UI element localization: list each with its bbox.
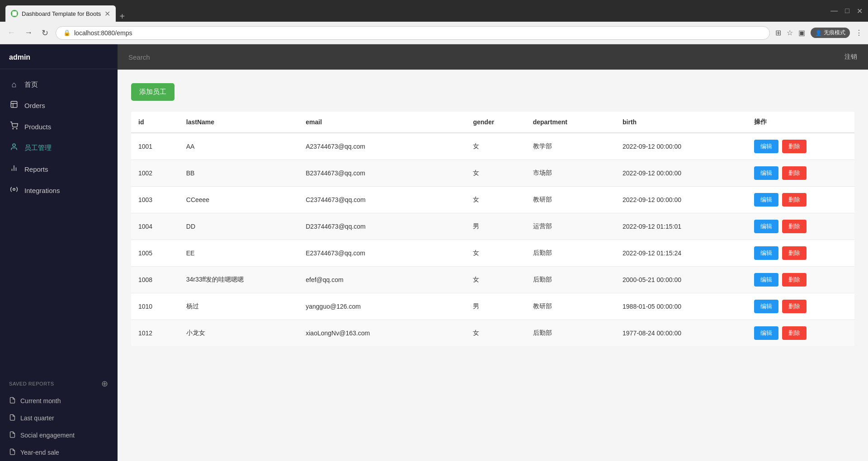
cell-birth: 2000-05-21 00:00:00: [615, 267, 747, 293]
new-tab-button[interactable]: +: [116, 11, 128, 22]
lock-icon: 🔒: [63, 29, 71, 36]
cell-gender: 男: [466, 293, 525, 320]
minimize-button[interactable]: —: [830, 7, 838, 15]
table-row: 1004 DD D23744673@qq.com 男 运营部 2022-09-1…: [131, 213, 854, 240]
svg-point-9: [13, 188, 15, 191]
cell-action: 编辑 删除: [747, 240, 854, 267]
edit-button[interactable]: 编辑: [754, 273, 778, 287]
translate-icon[interactable]: ⊞: [775, 28, 781, 37]
svg-point-5: [13, 144, 15, 146]
delete-button[interactable]: 删除: [782, 166, 807, 180]
forward-button[interactable]: →: [23, 26, 34, 39]
cell-action: 编辑 删除: [747, 213, 854, 240]
add-employee-button[interactable]: 添加员工: [131, 83, 175, 101]
close-button[interactable]: ✕: [857, 7, 863, 15]
cell-department: 教学部: [526, 133, 615, 160]
table-row: 1010 杨过 yangguo@126.com 男 教研部 1988-01-05…: [131, 293, 854, 320]
sidebar-item-orders[interactable]: Orders: [0, 95, 118, 116]
delete-button[interactable]: 删除: [782, 246, 807, 260]
cell-lastname: BB: [179, 160, 298, 187]
incognito-label: 无痕模式: [824, 29, 845, 37]
cell-action: 编辑 删除: [747, 160, 854, 187]
saved-report-last-quarter-label: Last quarter: [20, 414, 54, 422]
edit-button[interactable]: 编辑: [754, 220, 778, 233]
delete-button[interactable]: 删除: [782, 193, 807, 207]
cell-action: 编辑 删除: [747, 133, 854, 160]
cell-lastname: 小龙女: [179, 320, 298, 347]
edit-button[interactable]: 编辑: [754, 326, 778, 340]
cell-gender: 女: [466, 267, 525, 293]
edit-button[interactable]: 编辑: [754, 166, 778, 180]
sidebar-nav: ⌂ 首页 Orders Products 员工管理: [0, 69, 118, 372]
orders-icon: [9, 100, 19, 111]
edit-button[interactable]: 编辑: [754, 246, 778, 260]
cell-gender: 女: [466, 240, 525, 267]
cell-email: efef@qq.com: [298, 267, 466, 293]
table-row: 1012 小龙女 xiaoLongNv@163.com 女 后勤部 1977-0…: [131, 320, 854, 347]
saved-report-year-end-sale[interactable]: Year-end sale: [0, 444, 118, 461]
edit-button[interactable]: 编辑: [754, 300, 778, 313]
saved-report-last-quarter[interactable]: Last quarter: [0, 409, 118, 427]
address-bar: ← → ↻ 🔒 localhost:8080/emps ⊞ ☆ ▣ 👤 无痕模式…: [0, 22, 868, 44]
cell-id: 1001: [131, 133, 179, 160]
cell-action: 编辑 删除: [747, 267, 854, 293]
cell-id: 1004: [131, 213, 179, 240]
cell-department: 市场部: [526, 160, 615, 187]
cell-id: 1002: [131, 160, 179, 187]
sidebar-item-reports[interactable]: Reports: [0, 159, 118, 180]
svg-rect-0: [11, 101, 17, 108]
delete-button[interactable]: 删除: [782, 220, 807, 233]
sidebar-item-home-label: 首页: [24, 80, 38, 89]
employees-icon: [9, 143, 19, 153]
table-row: 1008 34r33ff发的哇嗯嗯嗯 efef@qq.com 女 后勤部 200…: [131, 267, 854, 293]
report-icon-2: [9, 414, 16, 422]
maximize-button[interactable]: □: [845, 7, 849, 15]
saved-report-social-engagement[interactable]: Social engagement: [0, 427, 118, 444]
saved-report-current-month[interactable]: Current month: [0, 392, 118, 409]
main-area: 注销 添加员工 id lastName email gender departm…: [118, 44, 868, 461]
topbar: 注销: [118, 44, 868, 70]
active-tab[interactable]: Dashboard Template for Boots ✕: [5, 5, 116, 22]
refresh-button[interactable]: ↻: [40, 26, 50, 40]
incognito-button[interactable]: 👤 无痕模式: [811, 28, 850, 38]
svg-point-3: [13, 128, 14, 129]
col-header-gender: gender: [466, 112, 525, 133]
menu-icon[interactable]: ⋮: [855, 28, 863, 37]
bookmark-icon[interactable]: ☆: [787, 28, 793, 37]
back-button[interactable]: ←: [5, 26, 17, 39]
delete-button[interactable]: 删除: [782, 300, 807, 313]
url-text: localhost:8080/emps: [74, 29, 762, 37]
col-header-birth: birth: [615, 112, 747, 133]
cell-gender: 女: [466, 320, 525, 347]
cell-gender: 女: [466, 160, 525, 187]
cell-email: A23744673@qq.com: [298, 133, 466, 160]
col-header-lastname: lastName: [179, 112, 298, 133]
cell-email: B23744673@qq.com: [298, 160, 466, 187]
sidebar-item-products[interactable]: Products: [0, 116, 118, 137]
delete-button[interactable]: 删除: [782, 326, 807, 340]
col-header-id: id: [131, 112, 179, 133]
logout-button[interactable]: 注销: [844, 53, 857, 61]
tab-close-button[interactable]: ✕: [104, 9, 110, 18]
cell-department: 后勤部: [526, 320, 615, 347]
delete-button[interactable]: 删除: [782, 140, 807, 153]
report-icon: [9, 397, 16, 405]
url-bar[interactable]: 🔒 localhost:8080/emps: [56, 26, 770, 40]
sidebar-item-integrations[interactable]: Integrations: [0, 180, 118, 201]
edit-button[interactable]: 编辑: [754, 193, 778, 207]
search-input[interactable]: [128, 53, 844, 61]
table-row: 1003 CCeeee C23744673@qq.com 女 教研部 2022-…: [131, 187, 854, 213]
tab-favicon: [11, 10, 18, 17]
add-saved-report-button[interactable]: ⊕: [101, 379, 108, 389]
browser-chrome: Dashboard Template for Boots ✕ + — □ ✕: [0, 0, 868, 22]
sidebar-item-home[interactable]: ⌂ 首页: [0, 75, 118, 95]
employee-table: id lastName email gender department birt…: [131, 112, 854, 346]
tab-title: Dashboard Template for Boots: [22, 10, 101, 17]
delete-button[interactable]: 删除: [782, 273, 807, 287]
edit-button[interactable]: 编辑: [754, 140, 778, 153]
sidebar-toggle-icon[interactable]: ▣: [798, 28, 805, 37]
saved-reports-header: SAVED REPORTS ⊕: [0, 372, 118, 392]
cell-lastname: 杨过: [179, 293, 298, 320]
sidebar-item-employees[interactable]: 员工管理: [0, 137, 118, 159]
saved-reports-list: Current month Last quarter Social engage…: [0, 392, 118, 461]
